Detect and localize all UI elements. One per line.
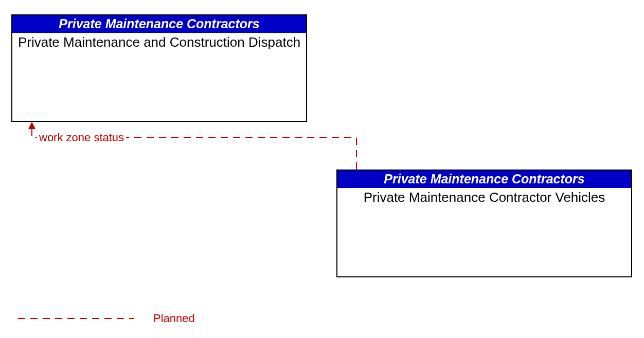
entity-box-dispatch: Private Maintenance Contractors Private … — [11, 14, 307, 122]
entity-header-dispatch: Private Maintenance Contractors — [12, 15, 306, 33]
entity-box-vehicles: Private Maintenance Contractors Private … — [336, 170, 632, 277]
flow-path-work-zone-status — [32, 123, 356, 170]
flow-label-work-zone-status: work zone status — [37, 131, 126, 144]
legend-label-planned: Planned — [153, 312, 195, 325]
entity-body-dispatch: Private Maintenance and Construction Dis… — [12, 33, 306, 54]
entity-header-vehicles: Private Maintenance Contractors — [337, 171, 631, 188]
entity-body-vehicles: Private Maintenance Contractor Vehicles — [337, 188, 631, 210]
